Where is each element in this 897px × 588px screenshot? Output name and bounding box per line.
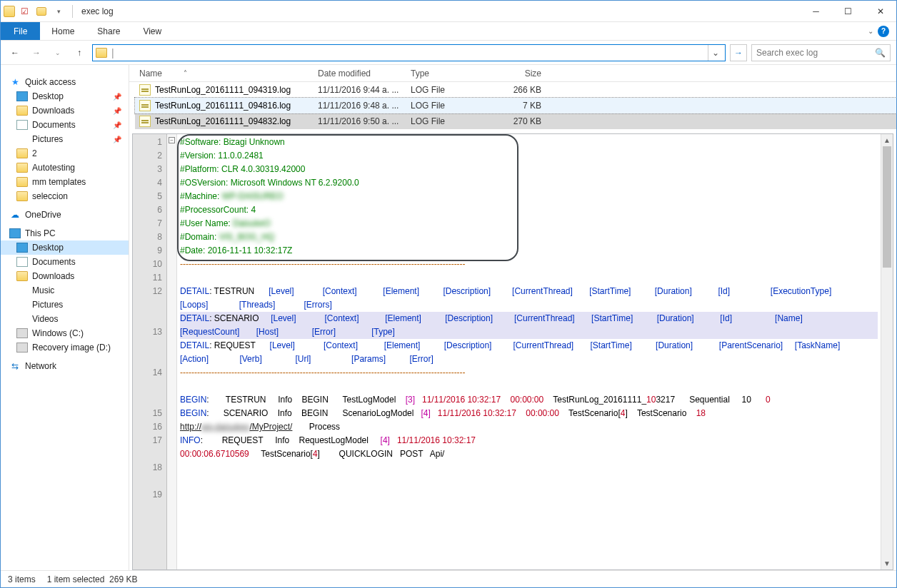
scroll-thumb[interactable]	[883, 146, 891, 268]
pin-icon: 📌	[113, 107, 121, 115]
sidebar-item[interactable]: Recovery image (D:)	[1, 340, 129, 355]
sidebar-item[interactable]: Pictures	[1, 298, 129, 312]
qat-properties[interactable]: ☑	[16, 4, 32, 19]
desktop-icon	[16, 243, 28, 253]
vertical-scrollbar[interactable]: ▲ ▼	[881, 134, 893, 569]
ribbon-tab-home[interactable]: Home	[40, 22, 86, 40]
thispc-group[interactable]: This PC	[1, 226, 129, 240]
file-row[interactable]: TestRunLog_20161111_094319.log11/11/2016…	[135, 82, 896, 98]
thispc-icon	[9, 228, 21, 238]
folder-icon	[16, 271, 28, 281]
quick-access-group[interactable]: ★Quick access	[1, 75, 129, 89]
file-list[interactable]: TestRunLog_20161111_094319.log11/11/2016…	[129, 82, 896, 129]
folder-icon	[16, 106, 28, 116]
folder-icon	[16, 148, 28, 158]
folder-icon	[16, 191, 28, 201]
file-row[interactable]: TestRunLog_20161111_094816.log11/11/2016…	[135, 98, 896, 113]
log-viewer: 12345678910111213141516171819 − #Softwar…	[132, 133, 893, 570]
ribbon-tab-view[interactable]: View	[131, 22, 173, 40]
navbar: ← → ⌄ ↑ | ⌄ → Search exec log 🔍	[1, 41, 896, 65]
sidebar-item[interactable]: Videos	[1, 312, 129, 326]
code-area[interactable]: #Software: Bizagi Unknown#Version: 11.0.…	[177, 134, 881, 569]
doc-icon	[16, 120, 28, 130]
search-placeholder: Search exec log	[756, 48, 818, 58]
go-button[interactable]: →	[730, 44, 747, 61]
recent-locations[interactable]: ⌄	[49, 44, 66, 61]
window-title: exec log	[81, 6, 114, 16]
qat-customize[interactable]: ▾	[51, 4, 66, 19]
log-file-icon	[139, 116, 151, 127]
sidebar-item[interactable]: 2	[1, 146, 129, 161]
address-dropdown[interactable]: ⌄	[708, 45, 722, 61]
pin-icon: 📌	[113, 121, 121, 129]
sidebar-item[interactable]: seleccion	[1, 189, 129, 203]
sidebar-item[interactable]: Desktop📌	[1, 89, 129, 103]
sidebar-item[interactable]: Music	[1, 283, 129, 298]
qat-new-folder[interactable]	[34, 4, 49, 19]
nav-pane[interactable]: ★Quick access Desktop📌Downloads📌Document…	[1, 65, 129, 570]
folder-icon	[16, 163, 28, 173]
network-icon: ⇆	[9, 361, 21, 371]
help-button[interactable]: ?	[878, 26, 889, 37]
file-row[interactable]: TestRunLog_20161111_094832.log11/11/2016…	[135, 113, 896, 129]
fold-toggle[interactable]: −	[169, 137, 175, 143]
forward-button[interactable]: →	[28, 44, 45, 61]
pic-icon	[16, 134, 28, 144]
pin-icon: 📌	[113, 93, 121, 101]
network-group[interactable]: ⇆Network	[1, 359, 129, 373]
col-size[interactable]: Size	[488, 69, 546, 78]
maximize-button[interactable]: ☐	[832, 1, 864, 22]
status-bar: 3 items 1 item selected 269 KB	[1, 570, 896, 587]
sidebar-item[interactable]: mm templates	[1, 175, 129, 189]
ribbon: File Home Share View ⌄ ?	[1, 22, 896, 41]
minimize-button[interactable]: ─	[800, 1, 832, 22]
col-type[interactable]: Type	[406, 69, 488, 78]
desktop-icon	[16, 91, 28, 101]
search-box[interactable]: Search exec log 🔍	[751, 44, 891, 61]
column-headers[interactable]: Name˄ Date modified Type Size	[129, 65, 896, 82]
sidebar-item[interactable]: Downloads📌	[1, 103, 129, 118]
line-gutter: 12345678910111213141516171819	[133, 134, 167, 569]
fold-column: −	[167, 134, 177, 569]
pin-icon: 📌	[113, 136, 121, 143]
sidebar-item[interactable]: Documents📌	[1, 118, 129, 132]
star-icon: ★	[9, 77, 21, 87]
music-icon	[16, 285, 28, 295]
sidebar-item[interactable]: Documents	[1, 255, 129, 269]
video-icon	[16, 314, 28, 324]
address-folder-icon	[96, 48, 107, 58]
titlebar: ☑ ▾ exec log ─ ☐ ✕	[1, 1, 896, 22]
sidebar-item[interactable]: Desktop	[1, 240, 129, 255]
scroll-down[interactable]: ▼	[881, 557, 893, 569]
ribbon-tab-share[interactable]: Share	[86, 22, 131, 40]
scroll-up[interactable]: ▲	[881, 134, 893, 146]
pic-icon	[16, 300, 28, 310]
sidebar-item[interactable]: Pictures📌	[1, 132, 129, 146]
col-date[interactable]: Date modified	[314, 69, 406, 78]
log-file-icon	[139, 84, 151, 96]
drive-icon	[16, 328, 28, 338]
sidebar-item[interactable]: Windows (C:)	[1, 326, 129, 340]
address-caret: |	[111, 47, 114, 59]
close-button[interactable]: ✕	[864, 1, 896, 22]
search-icon: 🔍	[875, 48, 886, 58]
sidebar-item[interactable]: Downloads	[1, 269, 129, 283]
ribbon-file[interactable]: File	[1, 22, 40, 40]
onedrive-group[interactable]: ☁OneDrive	[1, 208, 129, 222]
content-pane: Name˄ Date modified Type Size TestRunLog…	[129, 65, 896, 570]
col-name[interactable]: Name˄	[135, 69, 314, 78]
back-button[interactable]: ←	[6, 44, 24, 61]
drive-icon	[16, 343, 28, 353]
status-item-count: 3 items	[8, 574, 36, 584]
status-selected: 1 item selected 269 KB	[47, 574, 138, 584]
up-button[interactable]: ↑	[71, 44, 88, 61]
app-icon	[4, 6, 15, 17]
onedrive-icon: ☁	[9, 210, 21, 220]
address-bar[interactable]: | ⌄	[92, 44, 726, 61]
sort-indicator: ˄	[184, 69, 187, 77]
sidebar-item[interactable]: Autotesting	[1, 161, 129, 175]
ribbon-expand[interactable]: ⌄	[868, 27, 873, 35]
doc-icon	[16, 257, 28, 267]
log-file-icon	[139, 100, 151, 111]
folder-icon	[16, 177, 28, 187]
